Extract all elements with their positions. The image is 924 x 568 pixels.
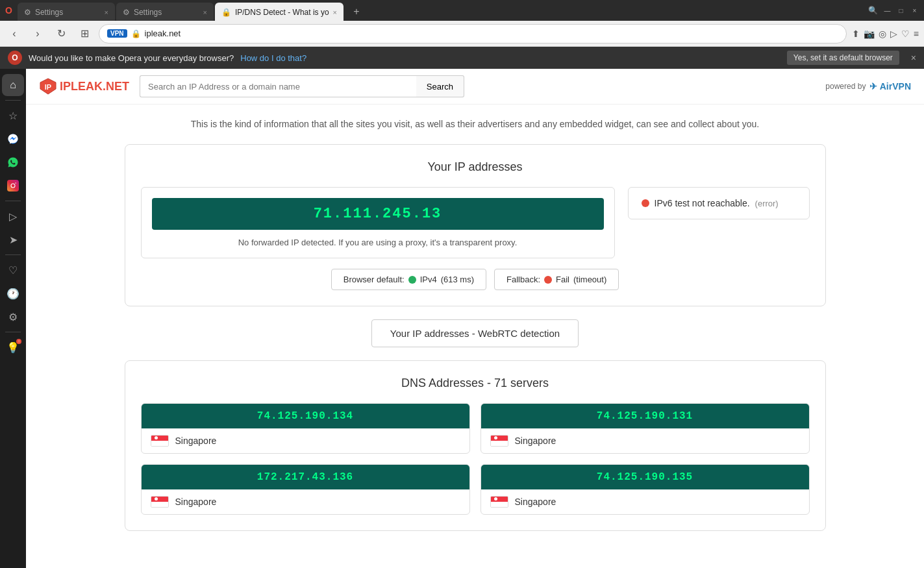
- bookmark-icon[interactable]: ♡: [901, 29, 910, 39]
- content-area: This is the kind of information that all…: [86, 105, 865, 557]
- search-icon[interactable]: 🔍: [868, 6, 878, 15]
- browser-default-ms: (613 ms): [441, 275, 474, 284]
- sidebar-item-home[interactable]: ⌂: [2, 74, 24, 96]
- opera-icon: O: [8, 51, 22, 65]
- vpn-badge: VPN: [107, 29, 127, 38]
- menu-icon[interactable]: ≡: [914, 29, 919, 39]
- dns-country-1: Singapore: [481, 428, 809, 453]
- set-default-button[interactable]: Yes, set it as default browser: [787, 51, 899, 65]
- sidebar-divider-2: [5, 201, 21, 201]
- minimize-button[interactable]: —: [883, 6, 892, 15]
- browser-default-status: Browser default: IPv4 (613 ms): [331, 269, 486, 290]
- airvpn-badge: powered by ✈ AirVPN: [825, 81, 911, 92]
- browser-default-protocol: IPv4: [420, 275, 437, 284]
- ip-card: Your IP addresses 71.111.245.13 No forwa…: [125, 144, 826, 306]
- flag-singapore-3: [490, 496, 508, 508]
- lock-icon: 🔒: [131, 29, 141, 38]
- sidebar-item-history[interactable]: 🕐: [2, 282, 24, 304]
- notification-bar: O Would you like to make Opera your ever…: [0, 47, 924, 69]
- settings-tab-icon-1: ⚙: [24, 8, 31, 17]
- powered-by-text: powered by: [825, 82, 866, 91]
- notification-close[interactable]: ×: [911, 53, 916, 63]
- sidebar-item-messenger[interactable]: [2, 128, 24, 150]
- search-button[interactable]: Search: [416, 75, 464, 97]
- sidebar-item-settings[interactable]: ⚙: [2, 306, 24, 328]
- flag-singapore-0: [151, 435, 169, 447]
- camera-icon[interactable]: ◎: [879, 29, 886, 39]
- address-url[interactable]: ipleak.net: [145, 29, 838, 38]
- search-input[interactable]: [140, 75, 416, 97]
- reload-button[interactable]: ↻: [52, 25, 70, 43]
- ip-note: No forwarded IP detected. If you are usi…: [152, 238, 604, 247]
- tab-settings-2[interactable]: ⚙ Settings ×: [116, 3, 214, 22]
- webrtc-section: Your IP addresses - WebRTC detection: [125, 319, 826, 347]
- site-header: IP IPLEAK.NET Search powered by ✈ AirVPN: [26, 69, 924, 105]
- dns-ip-1: 74.125.190.131: [481, 404, 809, 428]
- search-bar: Search: [140, 75, 464, 97]
- forward-button[interactable]: ›: [29, 25, 47, 43]
- tab-label-2: Settings: [134, 8, 162, 17]
- sidebar-item-instagram[interactable]: [2, 175, 24, 197]
- sidebar-item-bookmarks[interactable]: ☆: [2, 105, 24, 127]
- sidebar-item-player[interactable]: ▷: [2, 205, 24, 227]
- address-input-wrap[interactable]: VPN 🔒 ipleak.net: [99, 24, 847, 43]
- ip-card-title: Your IP addresses: [141, 160, 810, 174]
- cast-icon[interactable]: ▷: [890, 29, 897, 39]
- settings-tab-icon-2: ⚙: [123, 8, 130, 17]
- flag-singapore-1: [490, 435, 508, 447]
- sidebar-item-notifications[interactable]: 💡: [2, 336, 24, 358]
- fallback-label: Fallback:: [506, 275, 540, 284]
- extensions-icon[interactable]: ⬆: [852, 29, 860, 39]
- sidebar-item-whatsapp[interactable]: [2, 151, 24, 173]
- airvpn-logo: ✈ AirVPN: [869, 81, 911, 92]
- dns-card: DNS Addresses - 71 servers 74.125.190.13…: [125, 360, 826, 531]
- tab-close-1[interactable]: ×: [104, 8, 108, 16]
- window-controls: 🔍 — □ ×: [868, 6, 919, 15]
- close-button[interactable]: ×: [910, 6, 919, 15]
- dns-item-0: 74.125.190.134 Singapore: [141, 403, 470, 454]
- maximize-button[interactable]: □: [897, 6, 905, 15]
- dns-item-2: 172.217.43.136 Singapore: [141, 464, 470, 515]
- dns-ip-3: 74.125.190.135: [481, 465, 809, 489]
- logo-text: IPLEAK.NET: [60, 80, 129, 93]
- tab-close-2[interactable]: ×: [203, 8, 206, 16]
- ipv6-error: (error): [755, 199, 779, 208]
- dns-ip-0: 74.125.190.134: [142, 404, 469, 428]
- ipv6-status-dot: [642, 199, 649, 207]
- sidebar: ⌂ ☆ ▷ ➤ ♡ 🕐 ⚙ 💡: [0, 69, 26, 568]
- new-tab-button[interactable]: +: [347, 3, 366, 21]
- tagline: This is the kind of information that all…: [125, 117, 826, 131]
- logo-shield-icon: IP: [39, 77, 57, 95]
- fallback-status: Fallback: Fail (timeout): [494, 269, 619, 290]
- tab-ipdns[interactable]: 🔒 IP/DNS Detect - What is yo ×: [215, 3, 343, 22]
- ip-main-row: 71.111.245.13 No forwarded IP detected. …: [141, 187, 810, 258]
- title-bar: O ⚙ Settings × ⚙ Settings × 🔒 IP/DNS Det…: [0, 0, 924, 21]
- tab-close-3[interactable]: ×: [333, 8, 337, 16]
- sidebar-item-heart[interactable]: ♡: [2, 259, 24, 281]
- sidebar-divider-3: [5, 254, 21, 255]
- dns-grid: 74.125.190.134 Singapore 74.125.190.131: [141, 403, 810, 515]
- main-layout: ⌂ ☆ ▷ ➤ ♡ 🕐 ⚙ 💡: [0, 69, 924, 568]
- notification-link[interactable]: How do I do that?: [240, 53, 306, 63]
- fallback-timeout: (timeout): [573, 275, 606, 284]
- site-logo: IP IPLEAK.NET: [39, 77, 129, 95]
- tab-bar: ⚙ Settings × ⚙ Settings × 🔒 IP/DNS Detec…: [12, 0, 868, 22]
- browser-logo: O: [5, 5, 12, 16]
- browser-default-dot: [408, 276, 416, 284]
- ip-left-panel: 71.111.245.13 No forwarded IP detected. …: [141, 187, 615, 258]
- svg-rect-1: [7, 180, 19, 191]
- screenshot-icon[interactable]: 📷: [864, 29, 875, 39]
- tab-settings-1[interactable]: ⚙ Settings ×: [18, 3, 115, 22]
- page-content: IP IPLEAK.NET Search powered by ✈ AirVPN…: [26, 69, 924, 568]
- dns-item-3: 74.125.190.135 Singapore: [481, 464, 810, 515]
- webrtc-button[interactable]: Your IP addresses - WebRTC detection: [371, 319, 579, 347]
- ip-footer: Browser default: IPv4 (613 ms) Fallback:…: [141, 269, 810, 290]
- ipdns-tab-icon: 🔒: [221, 8, 231, 17]
- dns-ip-2: 172.217.43.136: [142, 465, 469, 489]
- grid-button[interactable]: ⊞: [75, 25, 94, 43]
- flag-singapore-2: [151, 496, 169, 508]
- sidebar-item-send[interactable]: ➤: [2, 228, 24, 251]
- ipv6-box: IPv6 test not reachable. (error): [628, 187, 810, 219]
- back-button[interactable]: ‹: [5, 25, 23, 43]
- ip-address-display: 71.111.245.13: [152, 198, 604, 230]
